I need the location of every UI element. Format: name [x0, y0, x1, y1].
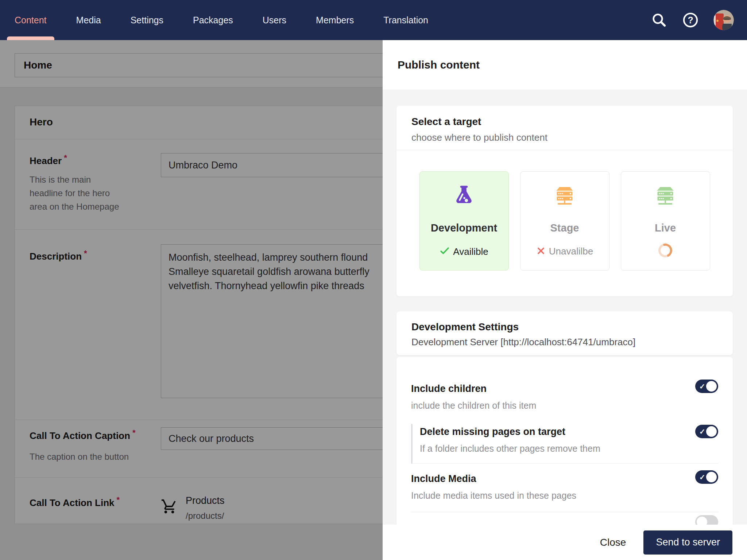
nav-item-users[interactable]: Users: [263, 0, 286, 40]
select-target-subtitle: choose where to publish content: [411, 132, 733, 143]
partial-toggle[interactable]: [695, 515, 718, 525]
select-target-title: Select a target: [411, 116, 733, 128]
nav-sections: Content Media Settings Packages Users Me…: [15, 0, 428, 40]
server-icon-green: [654, 183, 677, 207]
option-help: Include media items used in these pages: [411, 490, 718, 501]
nav-item-translation[interactable]: Translation: [383, 0, 428, 40]
user-avatar[interactable]: [713, 10, 734, 30]
option-help: If a folder includes other pages remove …: [420, 443, 718, 454]
toggle-knob: [697, 517, 707, 525]
flask-icon: [452, 183, 476, 207]
settings-title: Development Settings: [411, 321, 733, 333]
option-label: Include children: [411, 383, 718, 394]
nav-item-members[interactable]: Members: [316, 0, 354, 40]
dialog-title: Publish content: [398, 59, 480, 71]
toggle-check-icon: ✓: [699, 427, 705, 436]
server-icon-orange: [553, 183, 576, 207]
top-navbar: Content Media Settings Packages Users Me…: [0, 0, 747, 40]
nav-item-media[interactable]: Media: [76, 0, 101, 40]
check-icon: [440, 246, 450, 257]
option-label: Delete missing pages on target: [420, 426, 718, 438]
select-target-header: Select a target choose where to publish …: [396, 106, 733, 150]
target-status: Availible: [440, 246, 488, 257]
target-status-text: Availible: [453, 246, 488, 257]
toggle-knob: [706, 381, 717, 392]
dialog-header: Publish content: [383, 40, 747, 90]
toggle-check-icon: ✓: [699, 382, 705, 390]
search-icon[interactable]: [651, 12, 667, 28]
close-button[interactable]: Close: [600, 537, 626, 548]
dialog-body: Select a target choose where to publish …: [383, 90, 747, 525]
target-status: Unavalilbe: [536, 246, 593, 257]
include-media-toggle[interactable]: ✓: [695, 470, 718, 484]
target-status-text: Unavalilbe: [549, 246, 593, 257]
toggle-knob: [706, 426, 717, 437]
active-tab-indicator: [7, 36, 54, 40]
targets-row: Development Availible Stage: [396, 150, 733, 271]
settings-server: Development Server [http://localhost:647…: [411, 337, 733, 348]
nav-item-settings[interactable]: Settings: [131, 0, 163, 40]
option-partial-row: [411, 512, 718, 525]
nav-item-content[interactable]: Content: [15, 0, 47, 40]
loading-spinner: [656, 241, 674, 260]
target-card-development[interactable]: Development Availible: [419, 171, 509, 271]
help-icon[interactable]: ?: [682, 12, 699, 28]
option-include-children: Include children ✓ include the children …: [411, 357, 718, 411]
option-include-media: Include Media ✓ Include media items used…: [411, 464, 718, 512]
nav-item-packages[interactable]: Packages: [193, 0, 233, 40]
delete-missing-toggle[interactable]: ✓: [695, 425, 718, 438]
app-window: Home Hero Header* This is the main headl…: [0, 0, 747, 560]
toggle-knob: [706, 472, 717, 482]
publish-dialog: Publish content Select a target choose w…: [383, 40, 747, 560]
target-name: Live: [655, 222, 676, 234]
target-name: Development: [431, 222, 497, 234]
nav-right-controls: ?: [651, 10, 734, 30]
x-icon: [536, 246, 546, 257]
select-target-card: Select a target choose where to publish …: [396, 106, 733, 296]
option-label: Include Media: [411, 473, 718, 485]
svg-text:?: ?: [688, 15, 693, 25]
target-name: Stage: [550, 222, 579, 234]
target-card-live[interactable]: Live: [621, 171, 710, 271]
send-to-server-button[interactable]: Send to server: [643, 530, 732, 555]
development-settings-card: Development Settings Development Server …: [396, 311, 733, 355]
target-card-stage[interactable]: Stage Unavalilbe: [520, 171, 609, 271]
include-children-toggle[interactable]: ✓: [695, 380, 718, 393]
option-help: include the children of this item: [411, 400, 718, 411]
dialog-footer: Close Send to server: [383, 525, 747, 560]
toggle-check-icon: ✓: [699, 472, 705, 481]
option-delete-missing-pages: Delete missing pages on target ✓ If a fo…: [411, 424, 718, 464]
publish-options-card: Include children ✓ include the children …: [396, 357, 733, 525]
